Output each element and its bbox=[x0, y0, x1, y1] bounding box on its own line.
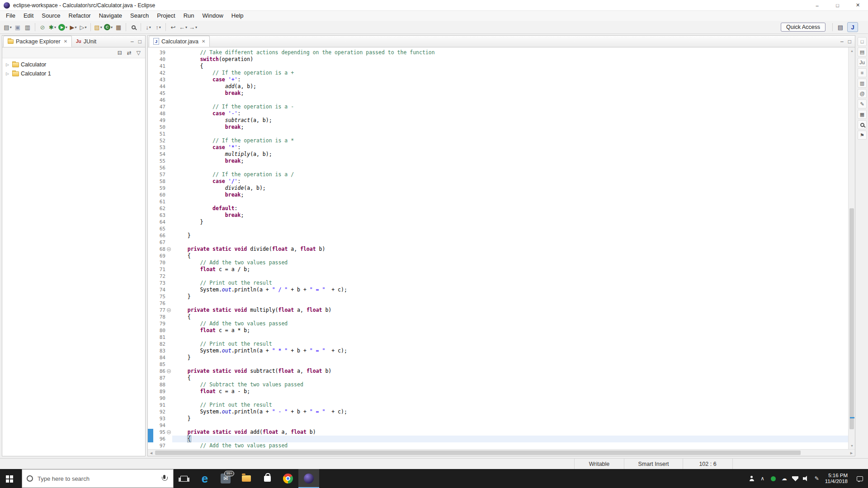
code-text[interactable] bbox=[172, 273, 848, 280]
code-text[interactable]: switch(operation) bbox=[172, 56, 848, 63]
code-line-94[interactable]: 94 bbox=[148, 422, 848, 429]
volume-tray-icon[interactable] bbox=[801, 469, 811, 488]
code-line-67[interactable]: 67 bbox=[148, 239, 848, 246]
code-line-40[interactable]: 40 switch(operation) bbox=[148, 56, 848, 63]
code-text[interactable] bbox=[172, 131, 848, 137]
run-button[interactable]: ▶▾ bbox=[57, 22, 68, 33]
code-line-60[interactable]: 60 break; bbox=[148, 192, 848, 198]
coverage-button[interactable]: ▶▾ bbox=[68, 22, 78, 33]
code-text[interactable]: // Subtract the two values passed bbox=[172, 381, 848, 388]
code-text[interactable]: subtract(a, b); bbox=[172, 117, 848, 124]
code-text[interactable]: case '/': bbox=[172, 178, 848, 185]
code-line-48[interactable]: 48 case '-': bbox=[148, 110, 848, 117]
fold-marker[interactable] bbox=[165, 429, 172, 436]
code-text[interactable]: private static void divide(float a, floa… bbox=[172, 246, 848, 253]
code-line-68[interactable]: 68 private static void divide(float a, f… bbox=[148, 246, 848, 253]
code-text[interactable]: // If the operation is a - bbox=[172, 103, 848, 110]
scroll-up-arrow[interactable]: ▲ bbox=[849, 47, 855, 54]
task-view-button[interactable] bbox=[174, 469, 194, 488]
menu-item-run[interactable]: Run bbox=[179, 11, 198, 21]
menu-item-help[interactable]: Help bbox=[227, 11, 248, 21]
search-button[interactable] bbox=[128, 22, 138, 33]
code-text[interactable]: { bbox=[172, 436, 848, 442]
code-text[interactable] bbox=[172, 164, 848, 171]
code-line-58[interactable]: 58 case '/': bbox=[148, 178, 848, 185]
code-text[interactable]: { bbox=[172, 253, 848, 259]
external-tools-button[interactable]: ▷▾ bbox=[78, 22, 88, 33]
minimize-editor-icon[interactable]: – bbox=[840, 38, 844, 45]
code-text[interactable]: // Print out the result bbox=[172, 280, 848, 286]
code-line-74[interactable]: 74 System.out.println(a + " / " + b + " … bbox=[148, 286, 848, 293]
editor-body[interactable]: 39 // Take different actions depending o… bbox=[148, 47, 855, 449]
declaration-view-icon[interactable]: ✎ bbox=[858, 99, 867, 108]
close-editor-tab-icon[interactable]: ✕ bbox=[202, 39, 205, 44]
problems-view-icon[interactable]: ▥ bbox=[858, 79, 867, 88]
code-text[interactable]: add(a, b); bbox=[172, 83, 848, 90]
code-text[interactable]: // If the operation is a / bbox=[172, 171, 848, 178]
code-text[interactable]: } bbox=[172, 219, 848, 225]
back-button[interactable]: ←▾ bbox=[178, 22, 188, 33]
code-text[interactable]: break; bbox=[172, 90, 848, 97]
code-text[interactable] bbox=[172, 225, 848, 232]
code-line-55[interactable]: 55 break; bbox=[148, 158, 848, 164]
minimize-panel-icon[interactable]: – bbox=[130, 38, 135, 45]
people-tray-icon[interactable] bbox=[746, 469, 757, 488]
code-text[interactable]: } bbox=[172, 354, 848, 361]
network-tray-icon[interactable] bbox=[790, 469, 801, 488]
code-text[interactable]: } bbox=[172, 415, 848, 422]
menu-item-refactor[interactable]: Refactor bbox=[65, 11, 95, 21]
code-text[interactable] bbox=[172, 300, 848, 307]
code-line-56[interactable]: 56 bbox=[148, 164, 848, 171]
chrome-browser-icon[interactable] bbox=[278, 469, 298, 488]
scroll-left-arrow[interactable]: ◀ bbox=[148, 450, 155, 456]
code-text[interactable]: divide(a, b); bbox=[172, 185, 848, 192]
java-perspective-button[interactable]: J bbox=[847, 22, 858, 32]
code-line-50[interactable]: 50 break; bbox=[148, 124, 848, 131]
collapse-icon[interactable] bbox=[167, 247, 171, 251]
menu-item-project[interactable]: Project bbox=[153, 11, 179, 21]
edge-browser-icon[interactable]: e bbox=[194, 469, 215, 488]
tab-junit[interactable]: Ju JUnit bbox=[72, 36, 100, 47]
code-text[interactable] bbox=[172, 422, 848, 429]
outline-view-icon[interactable]: ≡ bbox=[858, 68, 867, 77]
code-text[interactable]: // Print out the result bbox=[172, 402, 848, 408]
restore-view-icon[interactable]: □ bbox=[858, 37, 867, 46]
menu-item-window[interactable]: Window bbox=[198, 11, 227, 21]
new-class-button[interactable]: C▾ bbox=[103, 22, 113, 33]
print-button[interactable]: ▥ bbox=[23, 22, 33, 33]
expand-arrow-icon[interactable]: ▷ bbox=[6, 62, 10, 67]
code-line-63[interactable]: 63 break; bbox=[148, 212, 848, 219]
code-text[interactable]: { bbox=[172, 375, 848, 381]
code-line-78[interactable]: 78 { bbox=[148, 314, 848, 320]
horizontal-scrollbar[interactable]: ◀ ▶ bbox=[148, 449, 855, 456]
menu-item-file[interactable]: File bbox=[2, 11, 19, 21]
code-line-76[interactable]: 76 bbox=[148, 300, 848, 307]
code-line-70[interactable]: 70 // Add the two values passed bbox=[148, 259, 848, 266]
tree-item-1[interactable]: ▷Calculator bbox=[2, 60, 145, 69]
code-line-88[interactable]: 88 // Subtract the two values passed bbox=[148, 381, 848, 388]
save-button[interactable]: ▣ bbox=[13, 22, 23, 33]
code-line-51[interactable]: 51 bbox=[148, 131, 848, 137]
code-text[interactable]: System.out.println(a + " / " + b + " = "… bbox=[172, 286, 848, 293]
new-java-project-button[interactable]: ▧▾ bbox=[93, 22, 103, 33]
code-line-41[interactable]: 41 { bbox=[148, 63, 848, 70]
code-line-77[interactable]: 77 private static void multiply(float a,… bbox=[148, 307, 848, 314]
code-line-52[interactable]: 52 // If the operation is a * bbox=[148, 137, 848, 144]
link-with-editor-button[interactable]: ⇄ bbox=[126, 49, 132, 56]
vertical-scrollbar[interactable]: ▲ ▼ bbox=[848, 47, 855, 449]
action-center-button[interactable] bbox=[852, 469, 868, 488]
code-text[interactable] bbox=[172, 334, 848, 341]
code-line-72[interactable]: 72 bbox=[148, 273, 848, 280]
code-line-91[interactable]: 91 // Print out the result bbox=[148, 402, 848, 408]
code-line-81[interactable]: 81 bbox=[148, 334, 848, 341]
code-line-59[interactable]: 59 divide(a, b); bbox=[148, 185, 848, 192]
maximize-editor-icon[interactable]: □ bbox=[847, 38, 852, 45]
code-text[interactable]: float c = a - b; bbox=[172, 388, 848, 395]
code-text[interactable]: private static void add(float a, float b… bbox=[172, 429, 848, 436]
scroll-down-arrow[interactable]: ▼ bbox=[849, 442, 855, 449]
code-text[interactable]: // Take different actions depending on t… bbox=[172, 49, 848, 56]
code-line-92[interactable]: 92 System.out.println(a + " - " + b + " … bbox=[148, 408, 848, 415]
code-text[interactable]: case '+': bbox=[172, 76, 848, 83]
code-text[interactable]: private static void multiply(float a, fl… bbox=[172, 307, 848, 314]
code-text[interactable]: default: bbox=[172, 205, 848, 212]
